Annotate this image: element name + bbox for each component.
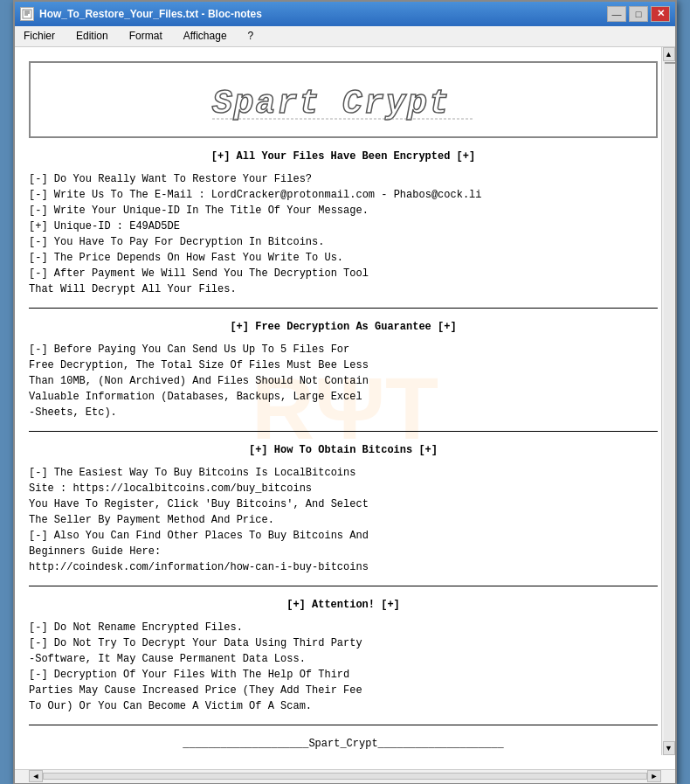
section1-heading: [+] All Your Files Have Been Encrypted [… — [29, 149, 658, 164]
scroll-up-arrow[interactable]: ▲ — [663, 47, 675, 61]
section1-line-5: [-] The Price Depends On How Fast You Wr… — [29, 250, 658, 266]
scroll-left-arrow[interactable]: ◄ — [29, 770, 43, 782]
section3-line-1: Site : https://localbitcoins.com/buy_bit… — [29, 481, 658, 496]
section2-line-2: Than 10MB, (Non Archived) And Files Shou… — [29, 373, 658, 389]
section2-heading: [+] Free Decryption As Guarantee [+] — [29, 319, 658, 335]
section4-line-3: [-] Decryption Of Your Files With The He… — [29, 667, 658, 683]
section1-line-4: [-] You Have To Pay For Decryption In Bi… — [29, 234, 658, 250]
scroll-down-arrow[interactable]: ▼ — [663, 741, 675, 755]
divider-2 — [29, 431, 658, 432]
section3-line-4: [-] Also You Can Find Other Places To Bu… — [29, 528, 658, 544]
section1-line-2: [-] Write Your Unique-ID In The Title Of… — [29, 203, 658, 219]
section3-heading: [+] How To Obtain Bitcoins [+] — [29, 442, 658, 458]
app-icon — [20, 7, 34, 21]
content-area: RΨT Spart Crypt [+] All Your Files Have … — [15, 47, 675, 769]
section4-line-5: To Our) Or You Can Become A Victim Of A … — [29, 698, 658, 714]
section3-line-5: Beginners Guide Here: — [29, 544, 658, 559]
main-window: How_To_Restore_Your_Files.txt - Bloc-not… — [13, 0, 677, 784]
section4-line-0: [-] Do Not Rename Encrypted Files. — [29, 620, 658, 635]
section1-line-6: [-] After Payment We Will Send You The D… — [29, 266, 658, 281]
section4-line-2: -Software, It May Cause Permanent Data L… — [29, 651, 658, 667]
menu-bar: Fichier Edition Format Affichage ? — [15, 26, 675, 47]
divider-3 — [29, 586, 658, 586]
section2-line-4: -Sheets, Etc). — [29, 405, 658, 420]
menu-affichage[interactable]: Affichage — [180, 29, 231, 43]
maximize-button[interactable]: □ — [629, 6, 648, 22]
section1-line-7: That Will Decrypt All Your Files. — [29, 281, 658, 297]
window-controls: — □ ✕ — [607, 6, 670, 22]
section3-body: [-] The Easiest Way To Buy Bitcoins Is L… — [29, 465, 658, 575]
horizontal-scrollbar[interactable]: ◄ ► — [15, 769, 675, 783]
divider-1 — [29, 308, 658, 309]
section3-line-0: [-] The Easiest Way To Buy Bitcoins Is L… — [29, 465, 658, 481]
window-title: How_To_Restore_Your_Files.txt - Bloc-not… — [39, 8, 262, 20]
section4-body: [-] Do Not Rename Encrypted Files. [-] D… — [29, 620, 658, 714]
section2-line-3: Valuable Information (Databases, Backups… — [29, 389, 658, 405]
menu-format[interactable]: Format — [126, 29, 166, 43]
divider-4 — [29, 725, 658, 725]
logo-svg: Spart Crypt — [204, 73, 483, 126]
title-bar: How_To_Restore_Your_Files.txt - Bloc-not… — [15, 2, 675, 26]
section1-line-3: [+] Unique-ID : E49AD5DE — [29, 219, 658, 234]
vertical-scrollbar[interactable]: ▲ ▼ — [661, 47, 675, 755]
section1-line-0: [-] Do You Really Want To Restore Your F… — [29, 171, 658, 187]
section4-heading: [+] Attention! [+] — [29, 597, 658, 613]
scroll-track — [664, 61, 674, 741]
section2-body: [-] Before Paying You Can Send Us Up To … — [29, 342, 658, 420]
section4-line-4: Parties May Cause Increased Price (They … — [29, 683, 658, 698]
scroll-thumb[interactable] — [665, 62, 675, 64]
title-bar-left: How_To_Restore_Your_Files.txt - Bloc-not… — [20, 7, 262, 21]
section3-line-2: You Have To Register, Click 'Buy Bitcoin… — [29, 496, 658, 512]
scroll-right-arrow[interactable]: ► — [647, 770, 661, 782]
menu-fichier[interactable]: Fichier — [20, 29, 59, 43]
section1-body: [-] Do You Really Want To Restore Your F… — [29, 171, 658, 297]
section1-line-1: [-] Write Us To The E-Mail : LordCracker… — [29, 187, 658, 203]
text-editor[interactable]: Spart Crypt [+] All Your Files Have Been… — [15, 47, 675, 769]
section2-line-0: [-] Before Paying You Can Send Us Up To … — [29, 342, 658, 357]
section3-line-3: The Seller By Payment Method And Price. — [29, 512, 658, 528]
horizontal-track — [43, 773, 647, 780]
menu-edition[interactable]: Edition — [72, 29, 112, 43]
section4-line-1: [-] Do Not Try To Decrypt Your Data Usin… — [29, 635, 658, 651]
close-button[interactable]: ✕ — [651, 6, 670, 22]
menu-help[interactable]: ? — [245, 29, 258, 43]
section2-line-1: Free Decryption, The Total Size Of Files… — [29, 357, 658, 373]
section3-line-6: http://coindesk.com/information/how-can-… — [29, 559, 658, 575]
logo-area: Spart Crypt — [29, 61, 658, 138]
footer-text: ____________________Spart_Crypt_________… — [29, 736, 658, 752]
minimize-button[interactable]: — — [607, 6, 626, 22]
svg-text:Spart Crypt: Spart Crypt — [212, 85, 451, 122]
